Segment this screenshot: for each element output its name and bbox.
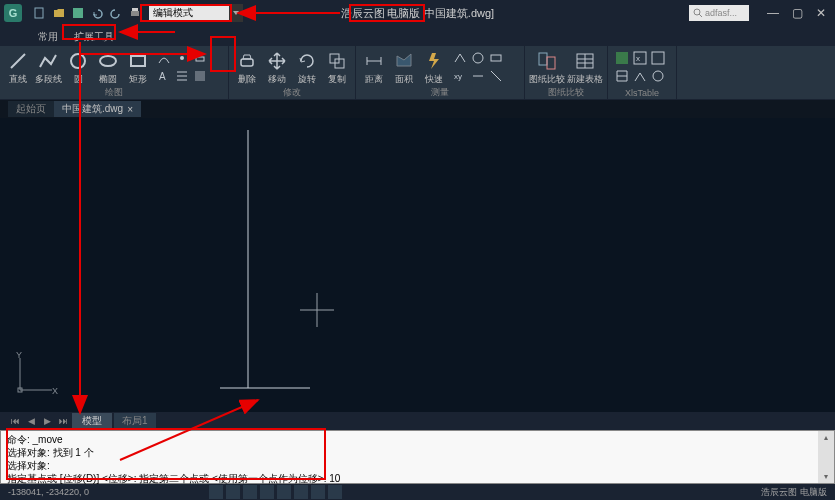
app-logo: G: [4, 4, 22, 22]
qat-undo-icon[interactable]: [89, 5, 105, 21]
mode-selector[interactable]: 编辑模式: [149, 4, 229, 22]
nav-next-icon[interactable]: ▶: [40, 414, 54, 428]
svg-rect-2: [131, 11, 139, 16]
qat-print-icon[interactable]: [127, 5, 143, 21]
nav-first-icon[interactable]: ⏮: [8, 414, 22, 428]
svg-rect-23: [539, 53, 547, 65]
tool-dwgcompare[interactable]: 图纸比较: [529, 48, 565, 86]
tool-copy[interactable]: 复制: [323, 48, 351, 86]
tool-move[interactable]: 移动: [263, 48, 291, 86]
model-tab[interactable]: 模型: [72, 413, 112, 429]
tool-rect[interactable]: 矩形: [124, 48, 152, 86]
draw-small-tools[interactable]: A: [154, 48, 224, 86]
tool-quick[interactable]: 快速: [420, 48, 448, 86]
maximize-button[interactable]: ▢: [789, 5, 805, 21]
svg-rect-14: [241, 59, 253, 66]
xls-tools[interactable]: x: [612, 48, 672, 86]
close-tab-icon[interactable]: ×: [127, 104, 133, 115]
app-brand: 浩辰云图: [341, 6, 385, 21]
tool-line[interactable]: 直线: [4, 48, 32, 86]
svg-point-7: [71, 54, 85, 68]
svg-rect-3: [132, 8, 138, 11]
svg-rect-13: [195, 71, 205, 81]
tool-rotate[interactable]: 旋转: [293, 48, 321, 86]
tool-distance[interactable]: 距离: [360, 48, 388, 86]
svg-point-33: [653, 71, 663, 81]
svg-text:xy: xy: [454, 72, 462, 81]
cmd-line-1: 命令: _move: [7, 433, 828, 446]
cmd-scrollbar[interactable]: ▴▾: [818, 431, 834, 483]
doctab-start[interactable]: 起始页: [8, 101, 54, 117]
group-xls: XlsTable: [612, 88, 672, 99]
cmd-line-4: 指定基点或 [位移(D)] <位移>: 指定第二个点或 <使用第一个点作为位移>…: [7, 472, 828, 485]
status-coords: -138041, -234220, 0: [8, 487, 89, 497]
svg-rect-1: [73, 8, 83, 18]
doctab-file[interactable]: 中国建筑.dwg×: [54, 101, 141, 117]
drawing-canvas[interactable]: YX: [0, 118, 835, 412]
command-line[interactable]: 命令: _move 选择对象: 找到 1 个 选择对象: 指定基点或 [位移(D…: [0, 430, 835, 484]
qat-open-icon[interactable]: [51, 5, 67, 21]
group-modify: 修改: [233, 86, 351, 100]
app-version: 电脑版: [387, 6, 420, 21]
qat-new-icon[interactable]: [32, 5, 48, 21]
tab-common[interactable]: 常用: [30, 28, 66, 46]
group-compare: 图纸比较: [529, 86, 603, 100]
svg-text:A: A: [159, 71, 166, 82]
svg-point-20: [473, 53, 483, 63]
nav-last-icon[interactable]: ⏭: [56, 414, 70, 428]
title-filename: 中国建筑.dwg]: [424, 6, 494, 21]
svg-text:X: X: [52, 386, 58, 396]
nav-prev-icon[interactable]: ◀: [24, 414, 38, 428]
svg-text:x: x: [636, 54, 640, 63]
tab-extensions[interactable]: 扩展工具: [66, 28, 122, 46]
svg-rect-29: [616, 52, 628, 64]
minimize-button[interactable]: —: [765, 5, 781, 21]
layout-tab[interactable]: 布局1: [114, 413, 156, 429]
group-measure: 测量: [360, 86, 520, 100]
svg-rect-24: [547, 57, 555, 69]
search-input[interactable]: adfasf...: [689, 5, 749, 21]
status-right: 浩辰云图 电脑版: [761, 486, 827, 499]
svg-rect-9: [131, 56, 145, 66]
svg-line-6: [11, 54, 25, 68]
svg-rect-21: [491, 55, 501, 61]
tool-newtable[interactable]: 新建表格: [567, 48, 603, 86]
cmd-line-2: 选择对象: 找到 1 个: [7, 446, 828, 459]
tool-erase[interactable]: 删除: [233, 48, 261, 86]
tool-polyline[interactable]: 多段线: [34, 48, 62, 86]
svg-point-8: [100, 56, 116, 66]
qat-save-icon[interactable]: [70, 5, 86, 21]
svg-rect-0: [35, 8, 43, 18]
tool-ellipse[interactable]: 椭圆: [94, 48, 122, 86]
qat-redo-icon[interactable]: [108, 5, 124, 21]
svg-line-5: [699, 14, 702, 17]
cmd-line-3: 选择对象:: [7, 459, 828, 472]
svg-rect-32: [652, 52, 664, 64]
group-draw: 绘图: [4, 86, 224, 100]
svg-rect-11: [196, 57, 204, 61]
svg-text:Y: Y: [16, 352, 22, 360]
mode-dropdown-icon[interactable]: [229, 4, 243, 22]
measure-small-tools[interactable]: xy: [450, 48, 520, 86]
tool-area[interactable]: 面积: [390, 48, 418, 86]
ucs-icon: YX: [14, 352, 58, 396]
close-button[interactable]: ✕: [813, 5, 829, 21]
status-icons[interactable]: [209, 485, 342, 499]
tool-circle[interactable]: 圆: [64, 48, 92, 86]
svg-point-10: [180, 56, 184, 60]
